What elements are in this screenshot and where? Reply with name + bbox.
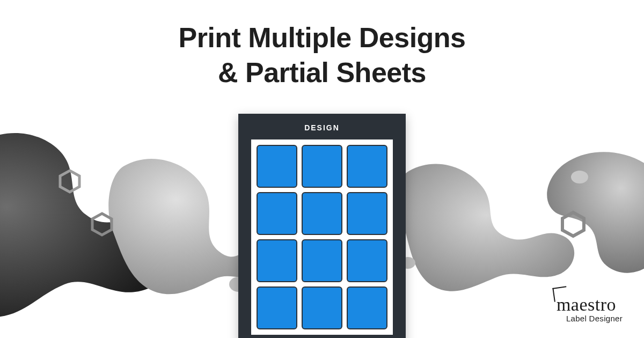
brand-logo: maestro Label Designer <box>557 295 623 323</box>
label-cell <box>347 192 387 235</box>
label-cell <box>302 286 342 329</box>
blob-right-light <box>399 164 574 291</box>
brand-tagline: Label Designer <box>557 314 623 323</box>
blob-dot <box>571 171 588 183</box>
heading-line-1: Print Multiple Designs <box>0 20 644 55</box>
brand-name: maestro <box>557 295 623 315</box>
label-cell <box>347 286 387 329</box>
label-cell <box>257 192 297 235</box>
heading-line-2: & Partial Sheets <box>0 55 644 90</box>
label-cell <box>257 239 297 282</box>
brand-corner-mark-icon <box>552 286 568 302</box>
panel-title: DESIGN <box>238 114 406 139</box>
label-sheet <box>251 139 393 335</box>
label-cell <box>347 145 387 188</box>
label-cell <box>257 145 297 188</box>
label-cell <box>302 192 342 235</box>
page-heading: Print Multiple Designs & Partial Sheets <box>0 20 644 90</box>
label-cell <box>302 145 342 188</box>
design-panel: DESIGN <box>238 114 406 338</box>
label-cell <box>347 239 387 282</box>
label-cell <box>302 239 342 282</box>
label-cell <box>257 286 297 329</box>
